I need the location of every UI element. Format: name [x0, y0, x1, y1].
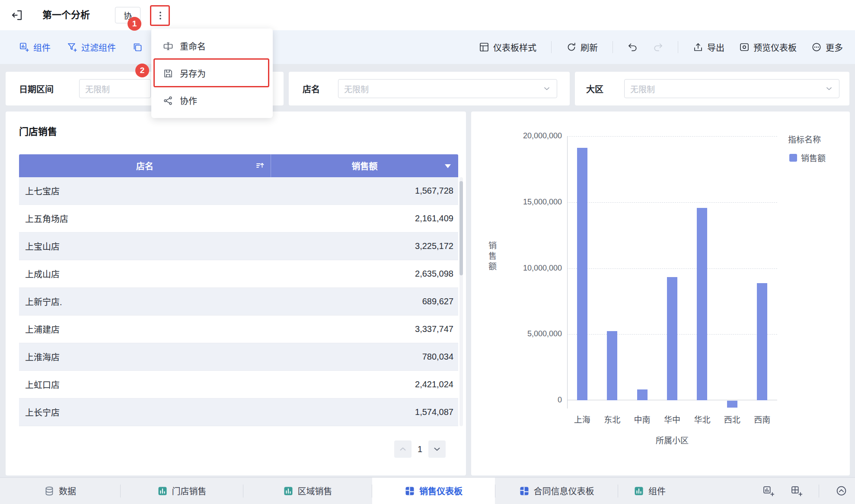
bar-东北[interactable]	[607, 331, 617, 400]
menu-item-3[interactable]: 协作	[151, 87, 273, 114]
bottom-tab-销售仪表板[interactable]: 销售仪表板	[372, 478, 495, 504]
add-chart-icon[interactable]	[762, 485, 774, 497]
toolbar-left-group: 组件过滤组件	[19, 30, 143, 64]
table-row[interactable]: 上七宝店1,567,728	[19, 177, 458, 205]
bottom-tab-组件[interactable]: 组件	[618, 478, 681, 504]
scrollbar-thumb[interactable]	[459, 181, 463, 275]
database-icon	[44, 486, 54, 496]
bar-上海[interactable]	[577, 148, 587, 400]
page-up-button[interactable]	[394, 440, 412, 458]
toolbar-item-仪表板样式[interactable]: 仪表板样式	[479, 41, 536, 54]
toolbar-item-label: 更多	[826, 41, 843, 54]
table-row[interactable]: 上虹口店2,421,024	[19, 371, 458, 399]
table-header: 店名 销售额	[19, 154, 458, 177]
page-down-button[interactable]	[428, 440, 446, 458]
toolbar-right-group: 仪表板样式刷新导出预览仪表板更多	[479, 30, 843, 64]
add-dashboard-icon[interactable]	[791, 485, 802, 497]
collaborate-icon	[163, 96, 173, 106]
bar-华中[interactable]	[667, 277, 677, 400]
store-name-cell: 上淮海店	[19, 343, 271, 370]
region-select[interactable]: 无限制	[624, 79, 839, 98]
toolbar-item-undo[interactable]	[628, 42, 638, 52]
toolbar-item-预览仪表板[interactable]: 预览仪表板	[739, 41, 797, 54]
bar-西北[interactable]	[727, 401, 737, 408]
toolbar-item-刷新[interactable]: 刷新	[566, 41, 598, 54]
menu-item-1[interactable]: 重命名	[151, 32, 273, 60]
kebab-menu-icon[interactable]	[152, 7, 169, 24]
bar-西南[interactable]	[757, 283, 767, 400]
table-body: 上七宝店1,567,728上五角场店2,161,409上宝山店3,225,172…	[19, 177, 458, 426]
table-row[interactable]: 上浦建店3,337,747	[19, 316, 458, 343]
refresh-icon	[566, 42, 577, 52]
y-tick-label: 10,000,000	[488, 264, 562, 273]
toolbar-item-redo	[653, 42, 663, 52]
legend-swatch	[789, 154, 797, 162]
filter-label: 店名	[303, 83, 320, 95]
sort-icon[interactable]	[255, 161, 265, 171]
store-name-cell: 上宝山店	[19, 233, 271, 260]
table-row[interactable]: 上五角场店2,161,409	[19, 205, 458, 233]
bar-chart-plot[interactable]	[567, 136, 777, 400]
chevron-down-icon	[542, 84, 551, 93]
chevron-up-icon	[398, 444, 408, 454]
toolbar-item-组件[interactable]: 组件	[19, 41, 51, 54]
date-range-input[interactable]: 无限制	[79, 79, 151, 98]
toolbar-item-过滤组件[interactable]: 过滤组件	[67, 41, 116, 54]
toolbar-item-label: 导出	[707, 41, 724, 54]
bottom-tab-合同信息仪表板[interactable]: 合同信息仪表板	[495, 478, 618, 504]
toolbar-item-extra-component[interactable]	[132, 42, 143, 52]
divider	[551, 41, 552, 53]
table-row[interactable]: 上淮海店780,034	[19, 343, 458, 371]
store-select-value: 无限制	[344, 83, 369, 95]
x-tick-label: 东北	[595, 413, 629, 425]
filter-card-store: 店名 无限制	[289, 72, 570, 105]
table-scrollbar[interactable]	[459, 177, 463, 426]
gridline	[567, 202, 777, 203]
bar-中南[interactable]	[637, 389, 648, 400]
component-icon	[19, 42, 29, 52]
menu-item-label: 另存为	[180, 67, 206, 80]
preview-icon	[739, 42, 750, 52]
triangle-down-icon[interactable]	[445, 164, 451, 168]
column-header-store[interactable]: 店名	[19, 154, 271, 177]
more-icon	[811, 42, 822, 52]
menu-item-2[interactable]: 另存为	[151, 60, 273, 87]
chevron-down-icon	[432, 444, 442, 454]
table-row[interactable]: 上新宁店.689,627	[19, 288, 458, 316]
dashboard-icon	[405, 486, 415, 496]
collapse-icon[interactable]	[836, 485, 847, 497]
tab-label: 销售仪表板	[419, 485, 463, 497]
sales-value-cell: 780,034	[271, 343, 458, 370]
legend-item[interactable]: 销售额	[789, 152, 826, 163]
toolbar-item-导出[interactable]: 导出	[693, 41, 724, 54]
bottom-tabs: 数据门店销售区域销售销售仪表板合同信息仪表板组件	[0, 478, 855, 504]
legend-title: 指标名称	[788, 133, 821, 145]
table-row[interactable]: 上宝山店3,225,172	[19, 233, 458, 260]
table-row[interactable]: 上成山店2,635,098	[19, 260, 458, 288]
region-select-value: 无限制	[630, 83, 655, 95]
toolbar-item-label: 过滤组件	[81, 41, 116, 54]
store-select[interactable]: 无限制	[338, 79, 557, 98]
x-tick-label: 中南	[625, 413, 660, 425]
kebab-dropdown-menu: 重命名另存为协作	[151, 29, 273, 118]
divider	[613, 41, 613, 53]
column-header-label: 店名	[136, 159, 153, 172]
back-icon[interactable]	[10, 9, 23, 22]
bottom-tab-数据[interactable]: 数据	[0, 478, 120, 504]
bottom-tab-区域销售[interactable]: 区域销售	[243, 478, 372, 504]
x-tick-label: 华北	[685, 413, 719, 425]
store-name-cell: 上虹口店	[19, 371, 271, 398]
page-number: 1	[418, 444, 422, 454]
sales-value-cell: 1,574,087	[271, 399, 458, 426]
menu-item-label: 重命名	[180, 40, 206, 52]
pagination: 1	[394, 440, 446, 458]
redo-icon	[653, 42, 663, 52]
bar-华北[interactable]	[697, 208, 707, 400]
column-header-sales[interactable]: 销售额	[271, 154, 458, 177]
toolbar-item-更多[interactable]: 更多	[811, 41, 843, 54]
chevron-down-icon	[825, 84, 833, 93]
sales-value-cell: 1,567,728	[271, 177, 458, 204]
bottom-tab-门店销售[interactable]: 门店销售	[121, 478, 243, 504]
y-tick-label: 5,000,000	[488, 329, 562, 338]
table-row[interactable]: 上长宁店1,574,087	[19, 399, 458, 426]
